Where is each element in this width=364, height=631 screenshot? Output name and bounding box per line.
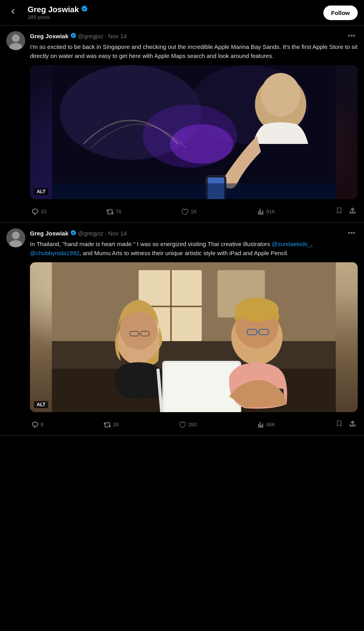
tweet-text: I'm so excited to be back in Singapore a… (30, 43, 358, 60)
tweet-more-button[interactable]: ••• (345, 31, 358, 41)
comment-count: 33 (41, 209, 46, 215)
tweet-text: In Thailand, "hand made is heart made." … (30, 240, 358, 258)
tweet-content: Greg Joswiak @gregjoz · Nov 14 ••• I'm s… (30, 31, 358, 65)
like-count-2: 350 (188, 422, 197, 428)
back-button[interactable] (6, 5, 20, 21)
mention-sundaekids[interactable]: @sundaekids_ (272, 241, 311, 247)
tweet-verified-badge (70, 32, 77, 40)
views-icon-2 (257, 421, 264, 428)
like-count: 1K (190, 209, 197, 215)
tweet-user-info: Greg Joswiak @gregjoz · Nov 14 (30, 32, 127, 40)
tweet-2: Greg Joswiak @gregjoz · Nov 14 ••• In Th… (0, 223, 364, 436)
header-info: Greg Joswiak 289 posts (28, 5, 88, 20)
like-button[interactable]: 1K (180, 207, 198, 217)
bookmark-button[interactable] (334, 205, 344, 218)
views-count: 91K (266, 209, 275, 215)
comment-button[interactable]: 33 (30, 207, 48, 217)
tweet-right-actions (334, 205, 358, 218)
svg-point-4 (170, 124, 233, 164)
retweet-count: 78 (116, 209, 121, 215)
bookmark-icon-2 (336, 420, 343, 427)
tweet-more-button[interactable]: ••• (345, 228, 358, 238)
svg-rect-27 (164, 363, 239, 412)
like-icon (181, 208, 189, 215)
comment-button-2[interactable]: 8 (30, 420, 45, 430)
share-button[interactable] (347, 205, 358, 218)
comment-icon-2 (32, 421, 39, 428)
views-button-2[interactable]: 46K (256, 420, 277, 430)
tweet-image-container[interactable]: ALT (30, 65, 358, 199)
avatar (6, 31, 25, 50)
share-icon-2 (349, 420, 356, 427)
profile-header: Greg Joswiak 289 posts Follow (0, 0, 364, 26)
tweet-content: Greg Joswiak @gregjoz · Nov 14 ••• In Th… (30, 228, 358, 262)
tweet-1: Greg Joswiak @gregjoz · Nov 14 ••• I'm s… (0, 26, 364, 223)
bookmark-icon (336, 207, 343, 214)
tweet-header: Greg Joswiak @gregjoz · Nov 14 ••• (30, 31, 358, 41)
retweet-icon-2 (104, 421, 111, 428)
retweet-icon (106, 208, 114, 215)
retweet-button[interactable]: 78 (105, 207, 123, 217)
mention-chubbynida[interactable]: @chubbynida1992 (30, 250, 79, 256)
alt-badge-2[interactable]: ALT (34, 401, 48, 408)
tweet-handle: @gregjoz (78, 230, 103, 237)
like-button-2[interactable]: 350 (177, 420, 198, 430)
verified-badge (81, 5, 88, 14)
like-icon-2 (179, 421, 186, 428)
views-count-2: 46K (266, 422, 275, 428)
tweet-user-info: Greg Joswiak @gregjoz · Nov 14 (30, 230, 127, 237)
retweet-button-2[interactable]: 39 (102, 420, 120, 430)
tweet-right-actions-2 (334, 418, 358, 431)
share-icon (349, 207, 356, 214)
tweet-actions: 33 78 1K 91K (30, 204, 358, 222)
avatar (6, 228, 25, 247)
alt-badge[interactable]: ALT (34, 188, 48, 195)
bookmark-button-2[interactable] (334, 418, 344, 431)
tweet-image: ALT (30, 65, 358, 199)
svg-rect-12 (52, 183, 336, 199)
tweet-actions-2: 8 39 350 46K (30, 417, 358, 435)
tweet-image-2: ALT (30, 262, 358, 412)
tweet-author-name: Greg Joswiak (30, 33, 69, 39)
share-button-2[interactable] (347, 418, 358, 431)
tweet-author-name: Greg Joswiak (30, 230, 69, 237)
svg-point-6 (261, 73, 301, 116)
name-text: Greg Joswiak (28, 5, 79, 14)
tweet-verified-badge (70, 230, 77, 237)
tweet-header: Greg Joswiak @gregjoz · Nov 14 ••• (30, 228, 358, 238)
retweet-count-2: 39 (113, 422, 118, 428)
views-icon (257, 208, 264, 215)
comment-icon (32, 208, 39, 215)
tweet-image-container-2[interactable]: ALT (30, 262, 358, 412)
tweet-handle: @gregjoz (78, 33, 103, 39)
post-count: 289 posts (28, 14, 88, 20)
profile-name: Greg Joswiak (28, 5, 88, 14)
views-button[interactable]: 91K (256, 207, 277, 217)
follow-button[interactable]: Follow (323, 6, 358, 20)
tweet-date: Nov 14 (108, 230, 127, 237)
comment-count-2: 8 (41, 422, 43, 428)
tweet-separator: · (105, 230, 106, 237)
tweet-separator: · (105, 33, 106, 39)
tweet-date: Nov 14 (108, 33, 127, 39)
